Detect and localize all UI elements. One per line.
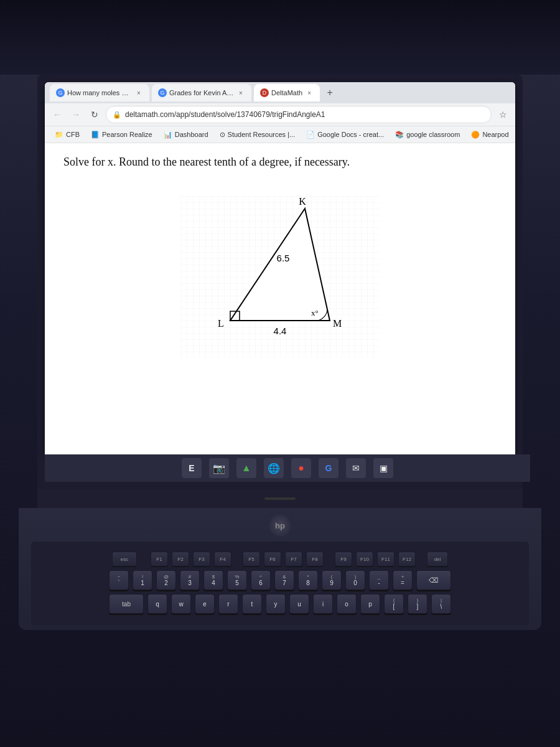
key-backslash[interactable]: |\ <box>431 594 451 614</box>
bookmark-student-resources[interactable]: ⊙ Student Resources |... <box>215 129 301 140</box>
taskbar-icon-e[interactable]: E <box>182 458 202 478</box>
key-f3[interactable]: F3 <box>193 552 210 566</box>
bookmarks-bar: 📁 CFB 📘 Pearson Realize 📊 Dashboard ⊙ St… <box>45 126 515 143</box>
tab-close-1[interactable]: × <box>134 88 143 97</box>
key-rbracket[interactable]: }] <box>408 594 427 614</box>
tab-icon-2: G <box>158 88 167 97</box>
tab-grades[interactable]: G Grades for Kevin Anzora: CHEM × <box>152 84 251 101</box>
key-q[interactable]: q <box>147 594 167 614</box>
tab-close-2[interactable]: × <box>236 88 245 97</box>
tab-close-3[interactable]: × <box>305 88 314 97</box>
tab-strontium[interactable]: G How many moles of strontium × <box>50 84 149 101</box>
key-5[interactable]: % 5 <box>227 570 247 590</box>
new-tab-button[interactable]: + <box>322 85 337 100</box>
bookmark-pearson-icon: 📘 <box>91 131 100 139</box>
taskbar-icon-mail[interactable]: ✉ <box>346 458 366 478</box>
key-0[interactable]: ) 0 <box>345 570 365 590</box>
bookmark-google-classroom[interactable]: 📚 google classroom <box>390 129 465 140</box>
key-equals[interactable]: + = <box>393 570 413 590</box>
base-label: 4.4 <box>274 326 287 336</box>
key-w[interactable]: w <box>171 594 191 614</box>
key-minus[interactable]: _ - <box>369 570 389 590</box>
hp-logo-area: hp <box>31 514 529 537</box>
address-bar-row: ← → ↻ 🔒 deltamath.com/app/student/solve/… <box>45 103 515 126</box>
forward-button[interactable]: → <box>68 107 83 122</box>
key-backtick[interactable]: ~ ` <box>109 570 129 590</box>
bookmark-cfb-label: CFB <box>66 131 80 138</box>
vertex-L-label: L <box>218 318 224 329</box>
key-backspace[interactable]: ⌫ <box>416 570 451 590</box>
key-f8[interactable]: F8 <box>306 552 324 566</box>
bookmark-cfb[interactable]: 📁 CFB <box>50 129 85 140</box>
screen-bottom-bar <box>37 489 523 508</box>
taskbar-icon-camera[interactable]: 📷 <box>209 458 229 478</box>
key-i[interactable]: i <box>313 594 333 614</box>
address-bar[interactable]: 🔒 deltamath.com/app/student/solve/137406… <box>106 106 492 123</box>
screen-bezel: G How many moles of strontium × G Grades… <box>37 75 523 489</box>
bookmark-dashboard[interactable]: 📊 Dashboard <box>159 129 213 140</box>
key-f10[interactable]: F10 <box>356 552 373 566</box>
taskbar-icon-red[interactable]: ● <box>291 458 311 478</box>
laptop-outer: G How many moles of strontium × G Grades… <box>0 0 560 747</box>
key-esc[interactable]: esc <box>112 552 137 566</box>
vertex-M-label: M <box>333 318 342 329</box>
key-f1[interactable]: F1 <box>151 552 168 566</box>
key-e[interactable]: e <box>195 594 215 614</box>
key-2[interactable]: @ 2 <box>156 570 176 590</box>
key-8[interactable]: * 8 <box>298 570 318 590</box>
bookmark-docs-label: Google Docs - creat... <box>317 131 384 138</box>
bookmark-google-docs[interactable]: 📄 Google Docs - creat... <box>301 129 389 140</box>
hypotenuse-label: 6.5 <box>277 253 290 263</box>
key-lbracket[interactable]: {[ <box>384 594 404 614</box>
taskbar-icon-triangle[interactable]: ▲ <box>236 458 256 478</box>
bookmark-cfb-icon: 📁 <box>55 131 63 139</box>
key-1[interactable]: ! 1 <box>133 570 152 590</box>
key-t[interactable]: t <box>242 594 262 614</box>
tab-icon-3: D <box>260 88 269 97</box>
key-9[interactable]: ( 9 <box>322 570 342 590</box>
key-f12[interactable]: F12 <box>398 552 416 566</box>
keyboard-area: esc F1 F2 F3 F4 F5 F6 F7 F8 F9 F10 F11 F… <box>31 542 529 625</box>
key-f5[interactable]: F5 <box>243 552 260 566</box>
title-bar: G How many moles of strontium × G Grades… <box>45 82 515 103</box>
key-f4[interactable]: F4 <box>214 552 231 566</box>
bookmark-resources-icon: ⊙ <box>220 131 225 139</box>
key-p[interactable]: p <box>360 594 380 614</box>
bookmark-classroom-label: google classroom <box>406 131 460 138</box>
triangle-diagram: K L M 6.5 4.4 x° <box>63 184 497 377</box>
key-r[interactable]: r <box>218 594 238 614</box>
key-f9[interactable]: F9 <box>335 552 352 566</box>
bookmark-nearpod[interactable]: 🟠 Nearpod <box>466 129 513 140</box>
function-row: esc F1 F2 F3 F4 F5 F6 F7 F8 F9 F10 F11 F… <box>44 552 516 566</box>
taskbar-icon-web[interactable]: 🌐 <box>264 458 284 478</box>
key-7[interactable]: & 7 <box>274 570 294 590</box>
key-f7[interactable]: F7 <box>285 552 302 566</box>
taskbar-icon-google[interactable]: G <box>319 458 338 478</box>
bookmark-star[interactable]: ☆ <box>495 107 510 122</box>
bookmark-nearpod-icon: 🟠 <box>471 131 480 139</box>
key-3[interactable]: # 3 <box>180 570 200 590</box>
tab-label-3: DeltaMath <box>271 89 302 96</box>
browser-window: G How many moles of strontium × G Grades… <box>45 82 515 454</box>
url-text: deltamath.com/app/student/solve/13740679… <box>125 110 325 119</box>
key-o[interactable]: o <box>337 594 357 614</box>
key-f11[interactable]: F11 <box>377 552 394 566</box>
key-f2[interactable]: F2 <box>172 552 189 566</box>
qwerty-row: tab q w e r t y u i o p {[ }] |\ <box>44 594 516 614</box>
bookmark-pearson-label: Pearson Realize <box>102 131 152 138</box>
reload-button[interactable]: ↻ <box>87 107 102 122</box>
taskbar: E 📷 ▲ 🌐 ● G ✉ ▣ <box>45 454 530 482</box>
key-6[interactable]: ^ 6 <box>251 570 271 590</box>
key-tab[interactable]: tab <box>109 594 144 614</box>
key-del[interactable]: del <box>427 552 448 566</box>
bookmark-pearson[interactable]: 📘 Pearson Realize <box>86 129 157 140</box>
key-f6[interactable]: F6 <box>264 552 281 566</box>
key-u[interactable]: u <box>289 594 309 614</box>
tab-deltamath[interactable]: D DeltaMath × <box>254 84 320 101</box>
bookmark-docs-icon: 📄 <box>306 131 315 139</box>
taskbar-icon-window[interactable]: ▣ <box>373 458 393 478</box>
key-4[interactable]: $ 4 <box>203 570 223 590</box>
back-button[interactable]: ← <box>50 107 65 122</box>
tab-icon-1: G <box>56 88 65 97</box>
key-y[interactable]: y <box>266 594 286 614</box>
